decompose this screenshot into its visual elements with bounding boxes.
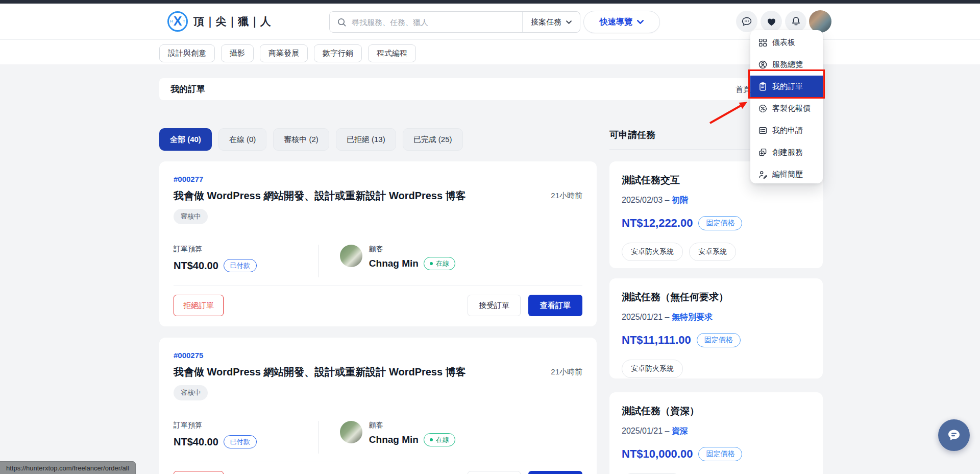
filter-tab-completed[interactable]: 已完成 (25) — [403, 128, 463, 151]
budget-amount: NT$40.00 — [174, 436, 218, 448]
menu-item-label: 我的訂單 — [772, 82, 803, 91]
favorites-button[interactable] — [761, 11, 782, 32]
menu-item-label: 編輯簡歷 — [772, 170, 803, 179]
task-level: 資深 — [672, 426, 688, 435]
logo-letter-t: T — [183, 19, 185, 23]
page-title-bar: 我的訂單 — [159, 78, 823, 100]
status-badge: 審核中 — [174, 209, 208, 224]
create-copy-icon — [758, 148, 768, 157]
menu-item-create-service[interactable]: 創建服務 — [750, 141, 823, 163]
order-title: 我會做 WordPress 網站開發、設計或重新設計 WordPress 博客 — [174, 189, 466, 203]
task-tag: 安卓防火系統 — [622, 243, 683, 261]
page-title: 我的訂單 — [170, 83, 205, 95]
order-filter-tabs: 全部 (40) 在線 (0) 審核中 (2) 已拒絕 (13) 已完成 (25) — [159, 128, 463, 151]
order-time: 21小時前 — [551, 191, 582, 201]
menu-item-custom-quote[interactable]: 客製化報價 — [750, 98, 823, 120]
chevron-down-icon — [566, 20, 572, 24]
search-scope-dropdown[interactable]: 接案任務 — [522, 12, 580, 32]
menu-item-label: 服務總覽 — [772, 60, 803, 69]
menu-item-my-orders[interactable]: 我的訂單 — [750, 76, 823, 98]
category-programming[interactable]: 程式編程 — [368, 44, 416, 62]
menu-item-label: 我的申請 — [772, 126, 803, 135]
date-separator: – — [665, 313, 670, 321]
page: H X T 頂｜尖｜獵｜人 接案任務 快速導覽 — [0, 0, 980, 474]
search-icon — [337, 17, 347, 27]
customer-avatar[interactable] — [340, 421, 362, 443]
search-bar: 接案任務 — [329, 11, 580, 33]
price-type-badge: 固定價格 — [698, 447, 742, 461]
filter-tab-reviewing[interactable]: 審核中 (2) — [273, 128, 329, 151]
customer-label: 顧客 — [369, 245, 455, 254]
heart-icon — [766, 16, 777, 27]
quick-nav-button[interactable]: 快速導覽 — [583, 11, 660, 33]
user-avatar[interactable] — [809, 10, 831, 33]
divider — [318, 245, 318, 277]
view-order-button[interactable]: 查看訂單 — [528, 471, 582, 474]
menu-item-label: 儀表板 — [772, 38, 795, 48]
menu-item-label: 客製化報價 — [772, 104, 811, 113]
reject-order-button[interactable]: 拒絕訂單 — [174, 295, 224, 316]
header-divider — [0, 39, 980, 40]
category-digital-marketing[interactable]: 數字行銷 — [314, 44, 362, 62]
divider — [174, 286, 582, 286]
view-order-button[interactable]: 查看訂單 — [528, 295, 582, 316]
menu-item-edit-profile[interactable]: 編輯簡歷 — [750, 163, 823, 183]
task-date: 2025/01/21 — [622, 313, 663, 321]
order-id-link[interactable]: #000277 — [174, 175, 203, 183]
chat-bubble-icon — [741, 16, 752, 27]
status-badge: 審核中 — [174, 385, 208, 400]
order-id-link[interactable]: #000275 — [174, 351, 203, 360]
task-date: 2025/02/03 — [622, 196, 663, 204]
filter-tab-rejected[interactable]: 已拒絕 (13) — [336, 128, 396, 151]
menu-item-label: 創建服務 — [772, 148, 803, 157]
chevron-down-icon — [637, 20, 644, 24]
accept-order-button[interactable]: 接受訂單 — [468, 295, 521, 316]
menu-item-my-applications[interactable]: 我的申請 — [750, 120, 823, 141]
bell-icon — [791, 16, 801, 27]
customer-avatar[interactable] — [340, 245, 362, 267]
customer-block: 顧客 Chnag Min 在線 — [340, 421, 455, 446]
paid-badge: 已付款 — [224, 435, 257, 448]
accept-order-button[interactable]: 接受訂單 — [468, 471, 521, 474]
task-level: 無特別要求 — [672, 313, 713, 321]
order-title: 我會做 WordPress 網站開發、設計或重新設計 WordPress 博客 — [174, 365, 466, 379]
messages-button[interactable] — [736, 11, 757, 32]
divider — [318, 421, 318, 454]
category-business[interactable]: 商業發展 — [260, 44, 308, 62]
category-design[interactable]: 設計與創意 — [159, 44, 215, 62]
customer-label: 顧客 — [369, 421, 455, 430]
customer-name: Chnag Min — [369, 434, 419, 445]
date-separator: – — [665, 426, 670, 435]
budget-block: 訂單預算 NT$40.00 已付款 — [174, 245, 257, 272]
menu-item-dashboard[interactable]: 儀表板 — [750, 32, 823, 54]
sidebar-title: 可申請任務 — [609, 129, 655, 141]
logo-icon: H X T — [167, 11, 188, 32]
filter-tab-all[interactable]: 全部 (40) — [159, 128, 212, 151]
search-scope-label: 接案任務 — [531, 17, 561, 27]
edit-profile-icon — [758, 170, 768, 179]
logo-text: 頂｜尖｜獵｜人 — [193, 14, 272, 29]
filter-tab-online[interactable]: 在線 (0) — [218, 128, 267, 151]
customer-name: Chnag Min — [369, 258, 419, 269]
notifications-button[interactable] — [785, 11, 806, 32]
reject-order-button[interactable]: 拒絕訂單 — [174, 471, 224, 474]
category-photography[interactable]: 攝影 — [221, 44, 254, 62]
menu-item-services-overview[interactable]: 服務總覽 — [750, 54, 823, 76]
quote-badge-icon — [758, 104, 768, 113]
breadcrumb[interactable]: 首頁 — [736, 85, 750, 94]
task-card[interactable]: 測試任務（資深） 2025/01/21 – 資深 NT$10,000.00 固定… — [609, 392, 823, 474]
user-menu-dropdown: 儀表板 服務總覽 我的訂單 客製化報價 — [750, 30, 823, 183]
search-input[interactable] — [352, 18, 522, 27]
category-nav: 設計與創意 攝影 商業發展 數字行銷 程式編程 — [159, 44, 416, 62]
customer-block: 顧客 Chnag Min 在線 — [340, 245, 455, 270]
budget-block: 訂單預算 NT$40.00 已付款 — [174, 421, 257, 448]
task-date-level: 2025/02/03 – 初階 — [622, 195, 811, 206]
chat-fab-button[interactable] — [938, 419, 970, 451]
logo[interactable]: H X T 頂｜尖｜獵｜人 — [167, 11, 272, 32]
task-tag: 安卓系統 — [689, 243, 736, 261]
task-title: 測試任務（無任何要求） — [622, 291, 811, 304]
online-badge: 在線 — [424, 257, 455, 270]
task-date-level: 2025/01/21 – 無特別要求 — [622, 312, 811, 323]
quick-nav-label: 快速導覽 — [600, 17, 632, 28]
task-card[interactable]: 測試任務（無任何要求） 2025/01/21 – 無特別要求 NT$11,111… — [609, 278, 823, 378]
